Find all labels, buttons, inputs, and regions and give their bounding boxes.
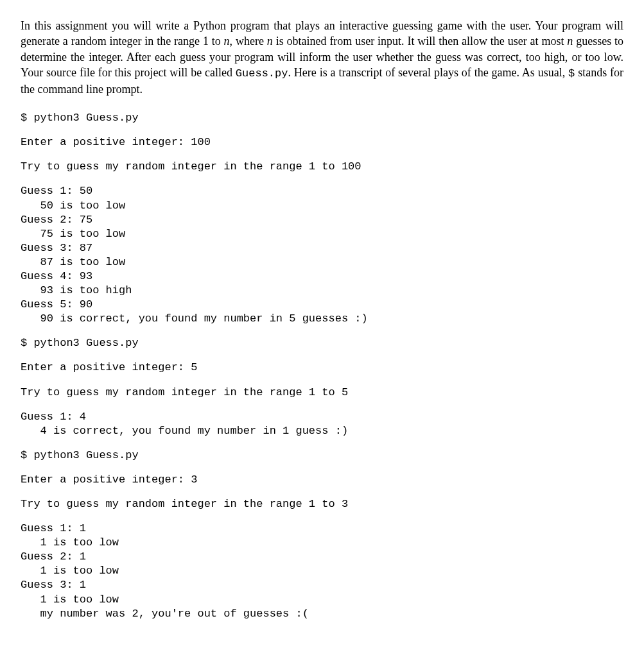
command-line: $ python3 Guess.py	[21, 336, 623, 350]
filename: Guess.py	[236, 67, 288, 80]
try-message: Try to guess my random integer in the ra…	[21, 160, 623, 174]
guess-sequence: Guess 1: 1 1 is too low Guess 2: 1 1 is …	[21, 522, 623, 621]
guess-sequence: Guess 1: 4 4 is correct, you found my nu…	[21, 410, 623, 438]
dollar-sign: $	[568, 67, 575, 80]
var-n: n	[567, 35, 573, 47]
var-n: n	[267, 35, 273, 47]
guess-sequence: Guess 1: 50 50 is too low Guess 2: 75 75…	[21, 184, 623, 326]
try-message: Try to guess my random integer in the ra…	[21, 497, 623, 511]
input-prompt: Enter a positive integer: 100	[21, 135, 623, 149]
try-message: Try to guess my random integer in the ra…	[21, 386, 623, 400]
input-prompt: Enter a positive integer: 3	[21, 473, 623, 487]
intro-text: is obtained from user input. It will the…	[273, 35, 567, 47]
command-line: $ python3 Guess.py	[21, 111, 623, 125]
var-n: n	[224, 35, 230, 47]
command-line: $ python3 Guess.py	[21, 448, 623, 463]
assignment-description: In this assignment you will write a Pyth…	[21, 18, 623, 97]
input-prompt: Enter a positive integer: 5	[21, 361, 623, 375]
intro-text: , where	[230, 35, 267, 47]
intro-text: . Here is a transcript of several plays …	[288, 66, 568, 79]
